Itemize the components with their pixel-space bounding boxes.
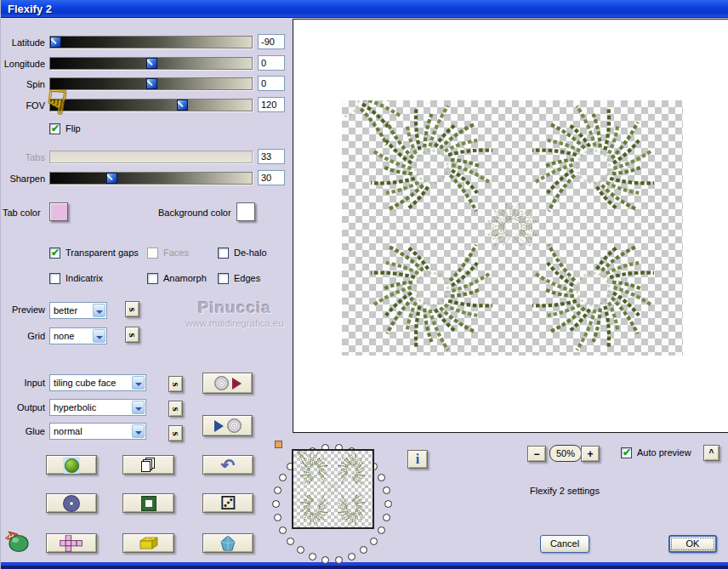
tab-color-swatch[interactable]: [49, 202, 68, 221]
edges-label: Edges: [234, 273, 260, 283]
window-title: Flexify 2: [8, 3, 52, 15]
latitude-label: Latitude: [1, 37, 45, 48]
disc-icon: [227, 418, 242, 433]
fov-slider-thumb[interactable]: [177, 100, 188, 111]
globe-face-icon: [63, 457, 80, 474]
input-s-button[interactable]: s: [168, 376, 183, 392]
faces-label: Faces: [163, 248, 189, 258]
settings-name-text: Flexify 2 settings: [530, 486, 600, 496]
tabs-slider-track[interactable]: [49, 151, 253, 163]
de-halo-checkbox-box[interactable]: [218, 248, 229, 259]
cube-net-button[interactable]: [46, 533, 97, 553]
auto-preview-checkbox-box[interactable]: [621, 447, 632, 458]
undo-button[interactable]: ↶: [202, 455, 253, 475]
random-button[interactable]: ⚂: [202, 493, 253, 513]
minus-icon: −: [533, 448, 539, 460]
load-settings-button[interactable]: [202, 415, 253, 436]
zoom-out-button[interactable]: −: [527, 446, 546, 462]
info-icon: i: [416, 452, 419, 467]
lego-brick-icon: [139, 536, 159, 551]
longitude-label: Longitude: [1, 59, 45, 69]
sharpen-slider-track[interactable]: [49, 172, 253, 185]
copy-button[interactable]: [122, 455, 174, 475]
glue-dropdown-label: Glue: [1, 426, 45, 436]
preview-thumbnail[interactable]: [292, 449, 374, 529]
ok-button[interactable]: OK: [668, 535, 717, 553]
spin-slider-track[interactable]: [49, 77, 253, 90]
cancel-button[interactable]: Cancel: [540, 535, 589, 553]
preview-pattern-image: [342, 100, 683, 356]
spin-slider-row: Spin: [1, 77, 290, 94]
red-play-triangle-icon: [232, 378, 242, 390]
zoom-in-button[interactable]: +: [581, 446, 600, 462]
save-settings-button[interactable]: [202, 373, 253, 394]
preview-panel[interactable]: [293, 19, 728, 433]
chevron-down-icon[interactable]: [93, 304, 105, 317]
grid-dropdown[interactable]: none: [49, 327, 107, 344]
grid-dropdown-value: none: [54, 331, 74, 341]
latitude-slider-thumb[interactable]: [50, 37, 61, 48]
longitude-slider-thumb[interactable]: [146, 58, 157, 69]
grid-s-button[interactable]: s: [125, 327, 139, 343]
tab-color-label: Tab color: [3, 208, 41, 218]
transparent-gaps-checkbox-box[interactable]: [49, 248, 60, 259]
title-bar[interactable]: Flexify 2: [1, 0, 728, 18]
watermark-name: Pinuccia: [171, 299, 299, 317]
input-dropdown[interactable]: tiling cube face: [49, 374, 146, 391]
background-color-swatch[interactable]: [236, 202, 255, 221]
glue-s-button[interactable]: s: [168, 425, 183, 441]
fov-value-input[interactable]: [258, 97, 285, 112]
info-button[interactable]: i: [407, 450, 428, 469]
sharpen-value-input[interactable]: [258, 170, 285, 185]
globe-button[interactable]: [46, 455, 97, 475]
torus-button[interactable]: [46, 493, 97, 513]
preview-s-button[interactable]: s: [125, 301, 139, 317]
flaming-pear-logo: [3, 530, 31, 555]
crystal-icon: [219, 535, 236, 552]
anamorph-checkbox-box[interactable]: [147, 273, 158, 284]
sharpen-slider-row: Sharpen: [1, 172, 290, 189]
longitude-value-input[interactable]: [258, 55, 285, 71]
brick-button[interactable]: [122, 533, 174, 553]
flip-checkbox-label: Flip: [65, 123, 81, 134]
pointing-hand-cursor-icon: ☟: [44, 83, 69, 122]
longitude-slider-track[interactable]: [49, 57, 253, 70]
spin-value-input[interactable]: [258, 76, 285, 91]
latitude-value-input[interactable]: [258, 34, 285, 49]
faces-checkbox-box[interactable]: [147, 248, 158, 259]
latitude-slider-track[interactable]: [49, 36, 253, 48]
edges-checkbox-box[interactable]: [218, 273, 229, 284]
undo-arrow-icon: ↶: [221, 457, 236, 474]
chevron-down-icon[interactable]: [132, 424, 145, 438]
input-dropdown-value: tiling cube face: [54, 378, 116, 388]
preview-dropdown[interactable]: better: [49, 302, 107, 319]
tabs-label: Tabs: [1, 152, 45, 162]
indicatrix-checkbox-box[interactable]: [49, 273, 60, 284]
output-s-button[interactable]: s: [168, 401, 183, 417]
latitude-slider-row: Latitude: [1, 36, 290, 53]
flip-checkbox-box[interactable]: [49, 123, 60, 134]
spin-slider-thumb[interactable]: [146, 78, 157, 89]
transparent-gaps-label: Transparent gaps: [65, 248, 139, 258]
chevron-down-icon[interactable]: [132, 376, 145, 390]
crystal-button[interactable]: [202, 533, 253, 553]
output-dropdown[interactable]: hyperbolic: [49, 399, 146, 416]
sharpen-label: Sharpen: [1, 174, 45, 184]
frame-button[interactable]: [122, 493, 174, 513]
expand-button[interactable]: ^: [703, 445, 719, 461]
bottom-border-dark: [1, 566, 728, 569]
fov-slider-track[interactable]: [49, 99, 253, 111]
chevron-down-icon[interactable]: [93, 329, 105, 343]
sharpen-slider-thumb[interactable]: [106, 173, 117, 184]
spin-label: Spin: [1, 79, 45, 89]
transparency-checkerboard: [342, 100, 683, 356]
auto-preview-label: Auto preview: [637, 447, 691, 458]
tabs-value-input[interactable]: [258, 149, 285, 164]
chevron-down-icon[interactable]: [132, 401, 145, 414]
de-halo-label: De-halo: [234, 248, 267, 258]
output-dropdown-value: hyperbolic: [54, 402, 96, 413]
glue-dropdown[interactable]: normal: [49, 423, 146, 440]
orange-marker[interactable]: [275, 441, 282, 448]
plus-icon: +: [587, 448, 593, 460]
green-frame-icon: [142, 497, 156, 510]
